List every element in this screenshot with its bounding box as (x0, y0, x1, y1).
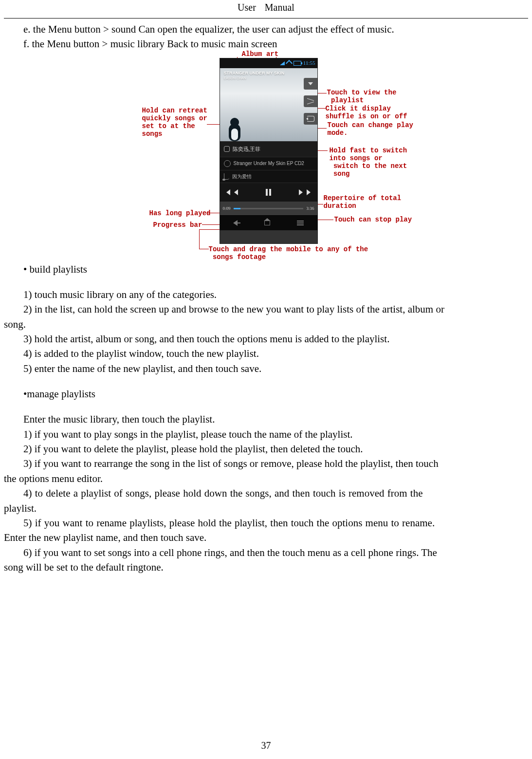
nav-bar (220, 215, 317, 230)
wifi-icon (286, 60, 293, 67)
status-bar: 11:55 (220, 58, 317, 68)
heading-manage-playlists: •manage playlists (4, 387, 528, 401)
home-icon[interactable] (264, 221, 270, 225)
callout-album-art: Album art (242, 50, 279, 58)
playback-controls (220, 183, 317, 202)
repeat-button[interactable] (304, 113, 317, 125)
callout-view-playlist: Touch to view the playlist (327, 89, 397, 104)
album-artwork-figure (226, 115, 243, 141)
callout-stop-play: Touch can stop play (334, 216, 412, 223)
chevron-down-icon (308, 82, 313, 85)
side-buttons (304, 78, 317, 125)
track-list: Stranger Under My Skin EP CD2 因为爱情 (220, 157, 317, 183)
track-title: Stranger Under My Skin EP CD2 (234, 160, 304, 167)
callout-shuffle: Click it display shuffle is on or off (326, 105, 407, 120)
step-m5b: Enter the new playlist name, and then to… (4, 531, 528, 544)
callout-has-long-played: Has long played (149, 209, 211, 217)
step-m3a: 3) if you want to rearrange the song in … (4, 457, 528, 470)
spacer (4, 277, 528, 288)
page: UserManual e. the Menu button > sound Ca… (0, 0, 532, 759)
progress-bar[interactable] (234, 208, 304, 209)
pause-icon (266, 189, 271, 196)
line-e: e. the Menu button > sound Can open the … (4, 22, 528, 36)
album-title: STRANGER UNDER MY SKIN (224, 71, 285, 75)
album-art[interactable]: STRANGER UNDER MY SKIN EASON CHAN (220, 68, 317, 141)
leader-line (199, 249, 209, 249)
battery-icon (294, 61, 301, 66)
callout-drag: Touch and drag the mobile to any of the … (209, 245, 368, 261)
time-elapsed: 0:09 (223, 205, 231, 211)
header-left: User (238, 2, 256, 13)
artist-row[interactable]: 陈奕迅,王菲 (220, 141, 317, 157)
phone-screenshot: 11:55 STRANGER UNDER MY SKIN EASON CHAN (220, 58, 318, 244)
back-icon[interactable] (233, 220, 238, 226)
step-m4a: 4) to delete a playlist of songs, please… (4, 486, 528, 500)
body-text: e. the Menu button > sound Can open the … (4, 22, 528, 574)
track-title: 因为爱情 (232, 173, 252, 180)
shuffle-button[interactable] (304, 95, 317, 107)
menu-icon[interactable] (297, 221, 304, 225)
previous-icon (234, 189, 238, 195)
step-m4b: playlist. (4, 501, 528, 515)
step-b5: 5) enter the name of the new playlist, a… (4, 362, 528, 375)
header-right: Manual (265, 2, 294, 13)
track-row[interactable]: Stranger Under My Skin EP CD2 (220, 157, 317, 170)
callout-duration: Repertoire of total duration (324, 194, 402, 210)
step-b3: 3) hold the artist, album or song, and t… (4, 332, 528, 346)
step-m0: Enter the music library, then touch the … (4, 412, 528, 426)
step-b2a: 2) in the list, can hold the screen up a… (4, 302, 528, 316)
disc-icon (224, 160, 231, 167)
status-clock: 11:55 (303, 59, 315, 67)
next-button[interactable] (296, 187, 306, 197)
step-m2: 2) if you want to delete the playlist, p… (4, 442, 528, 456)
spacer (4, 376, 528, 387)
shuffle-icon (307, 99, 314, 104)
step-b1: 1) touch music library on any of the cat… (4, 288, 528, 301)
header-rule (4, 18, 528, 19)
album-title-overlay: STRANGER UNDER MY SKIN EASON CHAN (224, 71, 285, 81)
artist-icon (224, 146, 230, 152)
time-total: 3:36 (306, 205, 314, 211)
track-row[interactable]: 因为爱情 (220, 170, 317, 183)
signal-icon (280, 61, 285, 65)
repeat-icon (307, 116, 314, 122)
callout-hold-next: Hold fast to switch into songs or switch… (330, 147, 407, 178)
step-b2b: song. (4, 317, 528, 331)
leader-line (199, 229, 200, 249)
step-m3b: the options menu editor. (4, 472, 528, 485)
callout-progress-bar: Progress bar (153, 221, 202, 229)
note-icon (224, 173, 229, 180)
step-m5a: 5) if you want to rename playlists, plea… (4, 516, 528, 530)
previous-button[interactable] (231, 187, 241, 197)
callout-hold-retreat: Hold can retreat quickly songs or set to… (142, 107, 207, 138)
step-m6a: 6) if you want to set songs into a cell … (4, 546, 528, 559)
playlist-button[interactable] (304, 78, 317, 90)
progress-row: 0:09 3:36 (220, 202, 317, 215)
pause-button[interactable] (263, 187, 273, 197)
step-m1: 1) if you want to play songs in the play… (4, 427, 528, 441)
album-subtitle: EASON CHAN (224, 76, 246, 80)
artist-names: 陈奕迅,王菲 (233, 146, 261, 153)
heading-build-playlists: • build playlists (4, 262, 528, 276)
callout-change-mode: Touch can change play mode. (328, 121, 413, 137)
step-b4: 4) is added to the playlist window, touc… (4, 347, 528, 360)
music-player-figure: Album art Hold can retreat quickly songs… (96, 53, 437, 258)
next-icon (299, 189, 303, 195)
page-header: UserManual (4, 0, 528, 16)
step-m6b: song will be set to the default ringtone… (4, 560, 528, 574)
page-number: 37 (0, 739, 532, 752)
spacer (4, 402, 528, 412)
line-f: f. the Menu button > music library Back … (4, 37, 528, 51)
